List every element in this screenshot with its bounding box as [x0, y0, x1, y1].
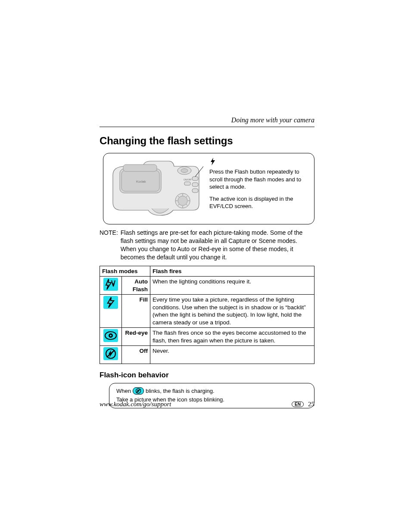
camera-svg: Kodak [109, 158, 203, 218]
svg-point-24 [110, 335, 112, 336]
mode-name: Off [122, 346, 150, 364]
col-header-fires: Flash fires [150, 266, 314, 277]
flash-icon-callout [209, 158, 309, 165]
footer-url: www.kodak.com/go/support [100, 401, 171, 408]
page-title: Changing the flash settings [100, 135, 314, 147]
svg-rect-19 [184, 182, 190, 185]
camera-top-illustration: Kodak [109, 158, 203, 220]
flash-fill-icon-cell [100, 295, 122, 328]
col-header-modes: Flash modes [100, 266, 150, 277]
svg-rect-17 [192, 183, 198, 187]
svg-rect-2 [123, 165, 157, 171]
flash-off-icon-cell [100, 346, 122, 364]
svg-rect-16 [192, 177, 198, 180]
svg-rect-18 [192, 189, 198, 193]
flash-off-mini-icon [133, 387, 144, 395]
mode-fires: The flash fires once so the eyes become … [150, 328, 314, 346]
flash-icon-behavior-heading: Flash-icon behavior [100, 371, 314, 380]
header-rule [100, 127, 314, 127]
mode-name: Red-eye [122, 328, 150, 346]
mode-name: Fill [122, 295, 150, 328]
svg-point-5 [178, 196, 187, 205]
page-number: 25 [308, 401, 314, 408]
mode-name: Auto Flash [122, 277, 150, 295]
flash-redeye-icon-cell [100, 328, 122, 346]
section-header: Doing more with your camera [100, 116, 314, 124]
behavior-line-1: When blinks, the flash is charging. [116, 387, 307, 395]
svg-text:Kodak: Kodak [136, 180, 146, 184]
camera-diagram-box: Kodak [103, 153, 314, 224]
flash-modes-table: Flash modes Flash fires Auto Flash When … [100, 266, 314, 364]
table-row: Fill Every time you take a picture, rega… [100, 295, 314, 328]
diagram-line-2: The active icon is displayed in the EVF/… [209, 195, 309, 210]
note-block: NOTE: Flash settings are pre-set for eac… [100, 229, 314, 261]
behavior-pre: When [116, 387, 131, 395]
mode-fires: Never. [150, 346, 314, 364]
svg-text:ON/OFF: ON/OFF [184, 178, 192, 181]
flash-bolt-icon [209, 158, 216, 165]
note-label: NOTE: [100, 229, 121, 261]
table-row: Red-eye The flash fires once so the eyes… [100, 328, 314, 346]
flash-redeye-icon [103, 329, 118, 342]
flash-fill-icon [103, 296, 118, 309]
language-badge: EN [292, 401, 304, 407]
svg-point-15 [181, 169, 188, 173]
page-footer: www.kodak.com/go/support EN 25 [100, 401, 314, 408]
manual-page: Doing more with your camera Changing the… [0, 0, 411, 532]
mode-fires: Every time you take a picture, regardles… [150, 295, 314, 328]
flash-off-icon [103, 347, 118, 360]
note-body: Flash settings are pre-set for each pict… [121, 229, 314, 261]
table-row: Auto Flash When the lighting conditions … [100, 277, 314, 295]
mode-fires: When the lighting conditions require it. [150, 277, 314, 295]
diagram-text: Press the Flash button repeatedly to scr… [209, 158, 309, 215]
flash-auto-icon-cell [100, 277, 122, 295]
flash-auto-icon [103, 278, 118, 291]
behavior-post: blinks, the flash is charging. [146, 387, 215, 395]
table-row: Off Never. [100, 346, 314, 364]
diagram-line-1: Press the Flash button repeatedly to scr… [209, 168, 309, 191]
